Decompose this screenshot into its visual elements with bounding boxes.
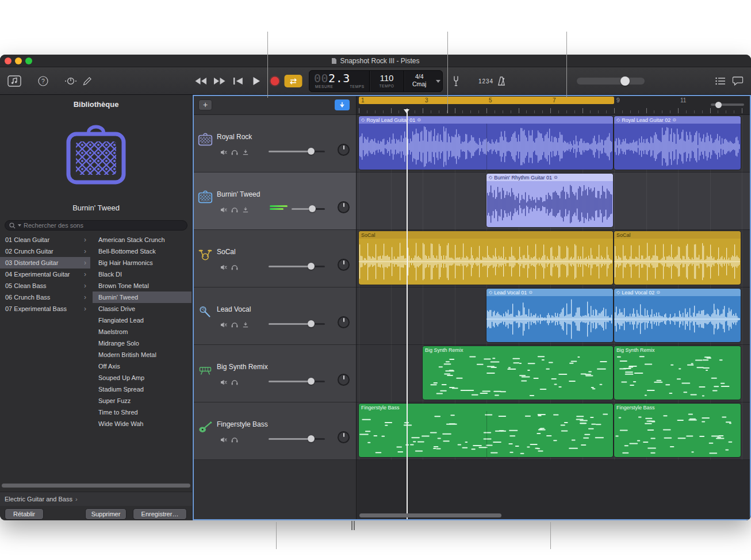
go-to-beginning-button[interactable] [233, 77, 243, 85]
library-category-03-distorted-guitar[interactable]: 03 Distorted Guitar› [0, 257, 90, 269]
region-lead-vocal-02[interactable]: ◇Lead Vocal 02⊙ [614, 289, 741, 342]
solo-button[interactable] [231, 147, 238, 158]
input-monitoring-button[interactable] [242, 205, 249, 215]
pan-knob[interactable] [338, 201, 350, 213]
region-burnin-rhythm-guitar-01[interactable]: ◇Burnin' Rhythm Guitar 01⊙ [486, 174, 613, 227]
solo-button[interactable] [231, 377, 238, 388]
library-patch-time-to-shred[interactable]: Time to Shred [93, 406, 191, 418]
delete-button[interactable]: Supprimer [85, 508, 127, 520]
solo-button[interactable] [231, 205, 238, 215]
library-category-04-experimental-guitar[interactable]: 04 Experimental Guitar› [0, 269, 90, 280]
library-patch-black-di[interactable]: Black DI [93, 269, 191, 280]
lcd-display[interactable]: 002.3 MESURETEMPS 110 TEMPO 4/4 Cmaj [309, 70, 443, 92]
volume-slider[interactable] [269, 381, 325, 382]
track-name[interactable]: Lead Vocal [217, 305, 251, 313]
volume-slider[interactable] [269, 323, 325, 325]
volume-slider-thumb[interactable] [309, 205, 316, 212]
playhead[interactable] [407, 109, 408, 519]
pan-knob[interactable] [338, 374, 350, 386]
region-fingerstyle-bass[interactable]: Fingerstyle Bass [359, 404, 613, 457]
pan-knob[interactable] [338, 431, 350, 443]
volume-slider-thumb[interactable] [308, 378, 315, 385]
track-header-burnin-tweed[interactable]: Burnin' Tweed [193, 172, 356, 230]
library-patch-wide-wide-wah[interactable]: Wide Wide Wah [93, 418, 191, 429]
pan-knob[interactable] [338, 259, 350, 271]
track-name[interactable]: SoCal [217, 248, 236, 256]
library-patch-burnin-tweed[interactable]: Burnin' Tweed [93, 291, 191, 303]
solo-button[interactable] [231, 320, 238, 330]
library-patch-classic-drive[interactable]: Classic Drive [93, 303, 191, 314]
library-patch-souped-up-amp[interactable]: Souped Up Amp [93, 372, 191, 383]
region-big-synth-remix[interactable]: Big Synth Remix [423, 346, 613, 400]
volume-slider[interactable] [269, 266, 325, 267]
solo-button[interactable] [231, 435, 238, 445]
search-input[interactable] [24, 222, 183, 229]
volume-slider[interactable] [269, 438, 325, 440]
track-header-royal-rock[interactable]: Royal Rock [193, 115, 356, 172]
mute-button[interactable] [220, 435, 227, 445]
playhead-marker[interactable] [404, 109, 409, 113]
track-header-big-synth-remix[interactable]: Big Synth Remix [193, 345, 356, 402]
library-patch-super-fuzz[interactable]: Super Fuzz [93, 395, 191, 406]
library-patch-midrange-solo[interactable]: Midrange Solo [93, 337, 191, 349]
lcd-tempo-section[interactable]: 110 TEMPO [370, 71, 404, 91]
library-horizontal-scrollbar[interactable] [2, 484, 190, 488]
library-patch-maelstrom[interactable]: Maelstrom [93, 326, 191, 337]
region-royal-lead-guitar-02[interactable]: ◇Royal Lead Guitar 02⊙ [614, 116, 741, 170]
pane-resize-handle[interactable] [354, 521, 355, 530]
library-category-05-clean-bass[interactable]: 05 Clean Bass› [0, 280, 90, 291]
track-header-socal[interactable]: SoCal [193, 230, 356, 287]
library-patch-flangiated-lead[interactable]: Flangiated Lead [93, 314, 191, 326]
smart-controls-button[interactable] [64, 76, 77, 86]
library-patch-bell-bottomed-stack[interactable]: Bell-Bottomed Stack [93, 246, 191, 257]
media-browser-button[interactable] [7, 75, 21, 87]
tuner-button[interactable] [453, 76, 459, 87]
beat-ruler[interactable]: 1357911 [357, 95, 751, 115]
count-in-button[interactable]: 1234 [478, 78, 493, 85]
volume-slider-thumb[interactable] [308, 320, 315, 327]
region-socal[interactable]: SoCal [614, 231, 741, 285]
fast-forward-button[interactable] [213, 77, 226, 85]
library-breadcrumb[interactable]: Electric Guitar and Bass› [0, 492, 192, 506]
record-button[interactable] [271, 77, 279, 86]
mute-button[interactable] [220, 320, 227, 330]
pane-resize-handle[interactable] [351, 521, 352, 530]
speech-bubble-button[interactable] [733, 76, 744, 86]
library-category-06-crunch-bass[interactable]: 06 Crunch Bass› [0, 291, 90, 303]
region-socal[interactable]: SoCal [359, 231, 613, 285]
lcd-position-section[interactable]: 002.3 MESURETEMPS [309, 71, 369, 91]
mute-button[interactable] [220, 377, 227, 388]
volume-slider-thumb[interactable] [308, 148, 315, 155]
library-category-01-clean-guitar[interactable]: 01 Clean Guitar› [0, 234, 90, 246]
track-name[interactable]: Burnin' Tweed [217, 190, 260, 198]
play-button[interactable] [252, 76, 260, 86]
search-field[interactable] [5, 220, 187, 231]
quick-help-button[interactable]: ? [38, 76, 49, 87]
library-category-02-crunch-guitar[interactable]: 02 Crunch Guitar› [0, 246, 90, 257]
track-header-lead-vocal[interactable]: Lead Vocal [193, 287, 356, 345]
library-patch-stadium-spread[interactable]: Stadium Spread [93, 383, 191, 395]
volume-slider[interactable] [269, 151, 325, 152]
volume-slider[interactable] [292, 208, 325, 210]
tracks-timeline[interactable]: 1357911◇Royal Lead Guitar 01⊙◇Royal Lead… [357, 95, 751, 520]
pan-knob[interactable] [338, 316, 350, 328]
save-button[interactable]: Enregistrer… [133, 508, 187, 520]
list-button[interactable] [715, 77, 726, 85]
zoom-slider-thumb[interactable] [715, 102, 722, 108]
volume-slider-thumb[interactable] [308, 263, 315, 270]
master-volume-thumb[interactable] [620, 76, 630, 86]
region-lead-vocal-01[interactable]: ◇Lead Vocal 01⊙ [486, 289, 613, 342]
cycle-region[interactable] [359, 97, 614, 104]
library-patch-big-hair-harmonics[interactable]: Big Hair Harmonics [93, 257, 191, 269]
input-monitoring-button[interactable] [242, 147, 249, 158]
metronome-button[interactable] [497, 76, 506, 86]
input-monitoring-button[interactable] [242, 320, 249, 330]
library-patch-modern-british-metal[interactable]: Modern British Metal [93, 349, 191, 360]
library-patch-american-stack-crunch[interactable]: American Stack Crunch [93, 234, 191, 246]
rewind-button[interactable] [194, 77, 207, 85]
region-royal-lead-guitar-01[interactable]: ◇Royal Lead Guitar 01⊙ [359, 116, 613, 170]
track-name[interactable]: Fingerstyle Bass [217, 420, 268, 428]
library-patch-off-axis[interactable]: Off Axis [93, 360, 191, 372]
track-header-fingerstyle-bass[interactable]: Fingerstyle Bass [193, 402, 356, 460]
zoom-slider[interactable] [711, 103, 744, 106]
